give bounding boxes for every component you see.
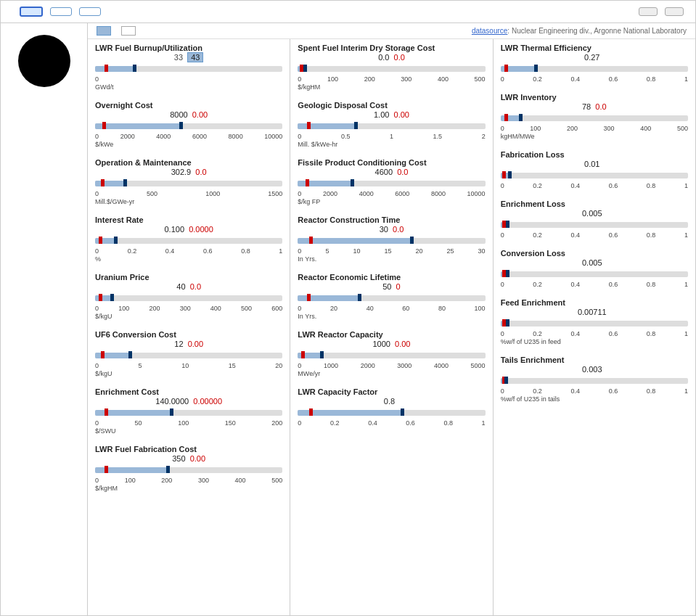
param-title: UF6 Conversion Cost xyxy=(95,330,282,339)
slider-fill xyxy=(298,123,353,129)
param-block: UF6 Conversion Cost12 0.0005101520$/kgU xyxy=(95,330,282,377)
param-values: 140.0000 0.00000 xyxy=(95,397,282,406)
slider-thumb-red xyxy=(102,122,106,129)
axis-unit: $/kgHM xyxy=(95,485,282,492)
slider-track xyxy=(501,321,688,327)
slider-thumb-dark xyxy=(128,351,132,358)
slider-container[interactable] xyxy=(298,408,485,418)
axis-unit: %w/f of U235 in feed xyxy=(501,338,688,345)
slider-container[interactable] xyxy=(95,465,282,475)
param-values: 50 0 xyxy=(298,282,485,291)
slider-thumb-red xyxy=(105,65,108,72)
slider-container[interactable] xyxy=(501,171,688,181)
slider-container[interactable] xyxy=(501,64,688,74)
axis-unit: In Yrs. xyxy=(298,313,485,320)
param-block: Overnight Cost8000 0.0002000400060008000… xyxy=(95,101,282,148)
model-bar xyxy=(1,1,695,23)
param-values: 12 0.00 xyxy=(95,340,282,348)
axis-unit: $/SWU xyxy=(95,427,282,435)
param-values: 0.005 xyxy=(501,258,688,267)
param-block: LWR Thermal Efficiency0.27 00.20.40.60.8… xyxy=(501,44,688,83)
axis-labels: 05101520 xyxy=(95,362,282,369)
param-block: Reactor Economic Lifetime50 002040608010… xyxy=(298,273,485,320)
slider-thumb-dark xyxy=(519,114,523,121)
axis-labels: 050010001500 xyxy=(95,190,282,197)
slider-container[interactable] xyxy=(501,220,688,230)
param-block: Conversion Loss0.005 00.20.40.60.81 xyxy=(501,249,688,288)
axis-labels: 0200040006000800010000 xyxy=(298,190,485,197)
slider-thumb-red xyxy=(502,171,506,178)
slider-track xyxy=(298,66,485,72)
axis-unit: $/kgU xyxy=(95,313,282,320)
slider-fill xyxy=(95,295,110,301)
param-block: Geologic Disposal Cost1.00 0.0000.511.52… xyxy=(298,101,485,148)
slider-container[interactable] xyxy=(298,350,485,361)
slider-thumb-dark xyxy=(354,122,358,129)
slider-container[interactable] xyxy=(298,236,485,246)
slider-container[interactable] xyxy=(298,121,485,131)
full-recycle-button[interactable] xyxy=(50,7,72,16)
slider-container[interactable] xyxy=(95,64,282,74)
circle-logo xyxy=(18,35,70,87)
param-title: LWR Fuel Burnup/Utilization xyxy=(95,44,282,52)
slider-container[interactable] xyxy=(501,269,688,279)
axis-unit: kgHM/MWe xyxy=(501,133,688,140)
axis-unit: $/kg FP xyxy=(298,198,485,205)
slider-container[interactable] xyxy=(501,376,688,386)
axis-labels: 00.511.52 xyxy=(298,133,485,140)
slider-thumb-red xyxy=(309,237,313,244)
axis-labels: 0100200300400500 xyxy=(95,477,282,484)
param-values: 0.8 xyxy=(298,397,485,406)
slider-container[interactable] xyxy=(298,64,485,74)
slider-container[interactable] xyxy=(95,121,282,131)
slider-thumb-dark xyxy=(320,351,324,358)
axis-labels: 0100200300400500 xyxy=(501,125,688,132)
slider-container[interactable] xyxy=(501,319,688,329)
reset-button[interactable] xyxy=(639,7,658,16)
axis-labels: 051015202530 xyxy=(298,247,485,255)
axis-labels: 00.20.40.60.81 xyxy=(501,387,688,395)
axis-labels: 050100150200 xyxy=(95,419,282,427)
param-block: LWR Fuel Burnup/Utilization33 430GWd/t xyxy=(95,44,282,91)
param-block: LWR Inventory78 0.00100200300400500kgHM/… xyxy=(501,93,688,140)
slider-container[interactable] xyxy=(298,293,485,303)
param-values: 33 43 xyxy=(95,53,282,62)
axis-unit: MWe/yr xyxy=(298,370,485,377)
once-through-button[interactable] xyxy=(20,7,43,17)
slider-thumb-dark xyxy=(179,122,183,129)
param-values: 0.005 xyxy=(501,209,688,218)
param-block: Enrichment Loss0.005 00.20.40.60.81 xyxy=(501,200,688,239)
mean-legend xyxy=(97,26,114,36)
deterministic-button[interactable] xyxy=(665,7,684,16)
slider-container[interactable] xyxy=(95,178,282,189)
mox-recycle-button[interactable] xyxy=(79,7,101,16)
param-block: Tails Enrichment0.003 00.20.40.60.81%w/f… xyxy=(501,356,688,403)
slider-thumb-red xyxy=(105,466,108,473)
slider-container[interactable] xyxy=(95,236,282,246)
slider-thumb-dark xyxy=(114,237,118,244)
slider-thumb-red xyxy=(306,179,309,186)
slider-container[interactable] xyxy=(95,293,282,303)
slider-thumb-dark xyxy=(123,179,127,186)
axis-labels: 00.20.40.60.81 xyxy=(501,182,688,189)
slider-thumb-dark xyxy=(170,408,173,416)
param-values: 0.01 xyxy=(501,160,688,168)
slider-thumb-dark xyxy=(303,65,307,72)
std-legend xyxy=(121,26,139,36)
slider-track xyxy=(501,115,688,121)
slider-container[interactable] xyxy=(95,350,282,361)
slider-thumb-red xyxy=(101,351,105,358)
slider-container[interactable] xyxy=(95,408,282,418)
slider-container[interactable] xyxy=(501,113,688,123)
param-title: Overnight Cost xyxy=(95,101,282,110)
slider-container[interactable] xyxy=(298,178,485,189)
slider-fill xyxy=(95,238,114,244)
param-title: Enrichment Cost xyxy=(95,387,282,396)
axis-unit: $/kWe xyxy=(95,141,282,148)
axis-labels: 00.20.40.60.81 xyxy=(501,330,688,337)
axis-unit: $/kgU xyxy=(95,370,282,377)
slider-track xyxy=(501,222,688,228)
param-title: Enrichment Loss xyxy=(501,200,688,208)
axis-labels: 020406080100 xyxy=(298,305,485,312)
right-col: LWR Thermal Efficiency0.27 00.20.40.60.8… xyxy=(494,39,695,615)
